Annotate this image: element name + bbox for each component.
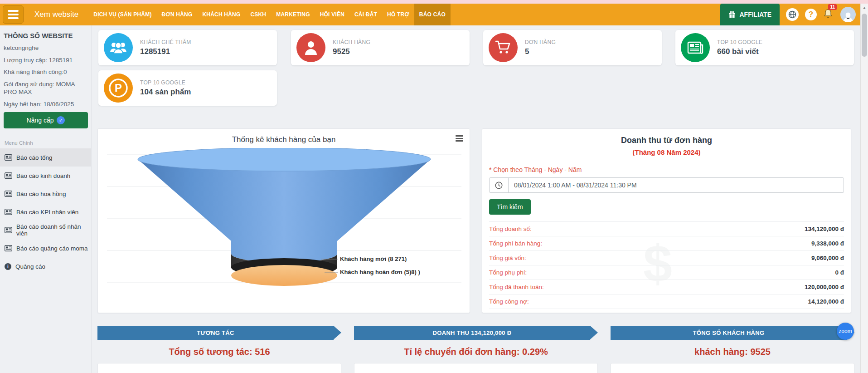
globe-icon[interactable] (786, 8, 799, 21)
total-interactions: Tổng số tương tác: 516 (97, 347, 341, 357)
menu-label: Báo cáo tổng (16, 154, 53, 161)
nav-item-dich-vu[interactable]: DỊCH VỤ (SẢN PHẨM) (88, 4, 156, 25)
sidebar-item-bao-cao-tong[interactable]: Báo cáo tổng (0, 148, 91, 167)
report-icon (5, 227, 12, 233)
revenue-panel: $ Doanh thu từ đơn hàng (Tháng 08 Năm 20… (482, 128, 851, 313)
sidebar-item-bao-cao-hoa-hong[interactable]: Báo cáo hoa hồng (0, 185, 91, 203)
revenue-subtitle: (Tháng 08 Năm 2024) (489, 148, 844, 156)
card-value: 104 sản phẩm (140, 88, 191, 97)
bottom-panel-2 (354, 363, 598, 373)
nav-item-cskh[interactable]: CSKH (245, 4, 271, 25)
funnel-label-new-customers: Khách hàng mới (8 271) (340, 255, 407, 262)
row-label: Tổng đã thanh toán: (489, 284, 544, 290)
news-icon (681, 33, 710, 62)
users-icon (104, 33, 133, 62)
stat-card-visitors: KHÁCH GHÉ THĂM 1285191 (98, 30, 277, 65)
menu-label: Báo cáo kinh doanh (16, 172, 70, 179)
row-value: 14,120,000 đ (808, 298, 844, 305)
hamburger-menu-icon[interactable] (3, 5, 24, 24)
report-icon (5, 245, 12, 251)
row-value: 120,000,000 đ (805, 284, 844, 290)
menu-label: Báo cáo hoa hồng (16, 191, 66, 197)
report-icon (5, 154, 12, 161)
sidebar-item-bao-cao-quang-cao[interactable]: Báo cáo quảng cáo moma (0, 239, 91, 257)
row-value: 115,722,000 đ (805, 313, 844, 314)
report-icon (5, 172, 12, 179)
avatar[interactable] (840, 7, 856, 22)
row-value: 134,120,000 đ (805, 226, 844, 232)
nav-item-marketing[interactable]: MARKETING (271, 4, 315, 25)
clock-icon (490, 178, 509, 192)
gift-icon (728, 11, 736, 18)
sidebar-menu-title: Menu Chính (5, 140, 91, 146)
menu-label: Quảng cáo (15, 263, 45, 270)
row-label: Tổng lợi nhuận: (489, 313, 532, 314)
banner-tong-so-khach-hang: TỔNG SỐ KHÁCH HÀNG (611, 326, 847, 340)
nav-item-hoi-vien[interactable]: HỘI VIÊN (315, 4, 349, 25)
nav-item-bao-cao[interactable]: BÁO CÁO (414, 4, 451, 25)
card-label: ĐƠN HÀNG (525, 39, 556, 45)
affiliate-button[interactable]: AFFILIATE (720, 4, 780, 25)
card-value: 5 (525, 47, 556, 56)
zoom-button[interactable]: zoom (837, 323, 854, 340)
funnel-chart-title: Thống kê khách hàng của bạn (98, 129, 470, 144)
p-icon: P (104, 74, 133, 103)
sidebar-item-bao-cao-doanh-so[interactable]: Báo cáo doanh số nhân viên (0, 221, 91, 239)
revenue-row: Tổng lợi nhuận:115,722,000 đ (489, 309, 844, 313)
stat-package: Gói đang sử dụng: MOMA PRO MAX (4, 80, 87, 96)
help-icon[interactable]: ? (805, 9, 817, 20)
date-range-input[interactable] (509, 178, 844, 192)
notification-badge: 11 (828, 4, 837, 10)
row-value: 9,060,000 đ (811, 255, 844, 261)
card-value: 660 bài viết (717, 47, 762, 56)
card-value: 9525 (333, 47, 370, 56)
scrollbar-up-arrow[interactable]: ▲ (861, 4, 868, 11)
report-icon (5, 209, 12, 215)
sidebar-item-bao-cao-kpi[interactable]: Báo cáo KPI nhân viên (0, 203, 91, 221)
bottom-panel-1 (97, 363, 341, 373)
info-icon: i (5, 263, 11, 270)
navbar: Xem website DỊCH VỤ (SẢN PHẨM) ĐƠN HÀNG … (0, 4, 860, 25)
sidebar-stats-title: THÔNG SỐ WEBSITE (4, 32, 87, 39)
stat-card-orders: ĐƠN HÀNG 5 (483, 30, 662, 65)
row-label: Tổng phí bán hàng: (489, 240, 542, 247)
stat-card-customers: KHÁCH HÀNG 9525 (291, 30, 470, 65)
upgrade-label: Nâng cấp (27, 117, 54, 124)
revenue-rows: Tổng doanh số:134,120,000 đ Tổng phí bán… (489, 221, 844, 313)
banner-tuong-tac: TƯƠNG TÁC (97, 326, 334, 340)
chart-context-menu-icon[interactable] (456, 135, 463, 143)
revenue-row: Tổng phí bán hàng:9,338,000 đ (489, 236, 844, 250)
menu-label: Báo cáo doanh số nhân viên (16, 223, 91, 237)
sidebar-item-quang-cao[interactable]: i Quảng cáo (0, 257, 91, 275)
search-button[interactable]: Tìm kiếm (489, 199, 531, 215)
card-label: KHÁCH GHÉ THĂM (140, 39, 191, 45)
banner-label: TỔNG SỐ KHÁCH HÀNG (693, 329, 765, 336)
conversion-rate: Tỉ lệ chuyển đổi đơn hàng: 0.29% (354, 347, 598, 357)
row-label: Tổng phụ phí: (489, 269, 527, 276)
menu-label: Báo cáo KPI nhân viên (16, 209, 78, 216)
scrollbar-thumb[interactable] (862, 14, 867, 57)
card-label: KHÁCH HÀNG (333, 39, 370, 45)
revenue-title: Doanh thu từ đơn hàng (489, 129, 844, 145)
card-label: TOP 10 GOOGLE (140, 79, 191, 86)
nav-item-ho-tro[interactable]: HỖ TRỢ (382, 4, 414, 25)
notifications-bell-icon[interactable]: 11 (823, 8, 833, 21)
scrollbar[interactable]: ▲ (860, 4, 868, 373)
nav-items: DỊCH VỤ (SẢN PHẨM) ĐƠN HÀNG KHÁCH HÀNG C… (88, 4, 451, 25)
nav-item-don-hang[interactable]: ĐƠN HÀNG (157, 4, 198, 25)
upgrade-button[interactable]: Nâng cấp ✓ (4, 112, 88, 128)
nav-item-cai-dat[interactable]: CÀI ĐẶT (349, 4, 382, 25)
total-customers: khách hàng: 9525 (611, 347, 854, 357)
date-range-input-group (489, 177, 844, 193)
revenue-row: Tổng đã thanh toán:120,000,000 đ (489, 280, 844, 294)
nav-item-khach-hang[interactable]: KHÁCH HÀNG (197, 4, 245, 25)
row-label: Tổng doanh số: (489, 226, 532, 232)
stat-expiry: Ngày hết hạn: 18/06/2025 (4, 100, 87, 108)
sidebar-item-bao-cao-kinh-doanh[interactable]: Báo cáo kinh doanh (0, 167, 91, 185)
check-icon: ✓ (57, 116, 65, 124)
stat-card-google-articles: TOP 10 GOOGLE 660 bài viết (675, 30, 854, 65)
cart-icon (489, 33, 518, 62)
banner-label: TƯƠNG TÁC (197, 329, 234, 336)
view-website-link[interactable]: Xem website (34, 10, 78, 19)
stat-visits: Lượng truy cập: 1285191 (4, 56, 87, 64)
